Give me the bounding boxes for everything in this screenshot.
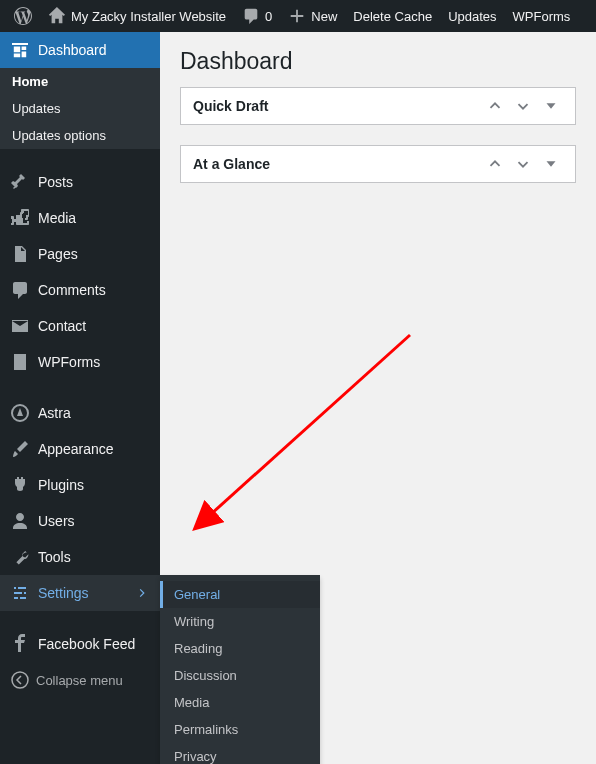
sidebar-item-users[interactable]: Users [0,503,160,539]
sidebar-item-dashboard[interactable]: Dashboard [0,32,160,68]
page-title: Dashboard [180,32,576,87]
sidebar-item-label: Pages [38,246,78,262]
sidebar-item-label: Posts [38,174,73,190]
sidebar-item-media[interactable]: Media [0,200,160,236]
site-link[interactable]: My Zacky Installer Website [40,0,234,32]
comments-count: 0 [265,9,272,24]
home-icon [48,7,66,25]
flyout-item-discussion[interactable]: Discussion [160,662,320,689]
postbox-actions [483,94,563,118]
sidebar-item-label: Plugins [38,477,84,493]
postbox-actions [483,152,563,176]
plus-icon [288,7,306,25]
sidebar-item-label: Tools [38,549,71,565]
new-link[interactable]: New [280,0,345,32]
postbox-header: Quick Draft [181,88,575,124]
form-icon [10,352,30,372]
postbox: At a Glance [180,145,576,183]
user-icon [10,511,30,531]
collapse-menu[interactable]: Collapse menu [0,662,160,698]
plug-icon [10,475,30,495]
comments-link[interactable]: 0 [234,0,280,32]
new-label: New [311,9,337,24]
admin-sidebar: Dashboard Home Updates Updates options P… [0,32,160,764]
move-up-button[interactable] [483,152,507,176]
postbox-title: Quick Draft [193,98,268,114]
sidebar-item-wpforms[interactable]: WPForms [0,344,160,380]
site-name: My Zacky Installer Website [71,9,226,24]
sidebar-item-pages[interactable]: Pages [0,236,160,272]
collapse-label: Collapse menu [36,673,123,688]
sidebar-item-label: Appearance [38,441,114,457]
sidebar-item-plugins[interactable]: Plugins [0,467,160,503]
move-down-button[interactable] [511,152,535,176]
chevron-up-icon [486,155,504,173]
flyout-item-writing[interactable]: Writing [160,608,320,635]
sidebar-item-label: Contact [38,318,86,334]
postbox-header: At a Glance [181,146,575,182]
sidebar-item-label: Comments [38,282,106,298]
wrench-icon [10,547,30,567]
toggle-button[interactable] [539,152,563,176]
caret-down-icon [542,155,560,173]
postbox: Quick Draft [180,87,576,125]
wordpress-icon [14,7,32,25]
pin-icon [10,172,30,192]
admin-topbar: My Zacky Installer Website 0 New Delete … [0,0,596,32]
comment-icon [242,7,260,25]
dashboard-icon [10,40,30,60]
toggle-button[interactable] [539,94,563,118]
sidebar-item-label: Astra [38,405,71,421]
sidebar-item-label: Users [38,513,75,529]
mail-icon [10,316,30,336]
topbar-wpforms-link[interactable]: WPForms [505,0,579,32]
sidebar-item-astra[interactable]: Astra [0,395,160,431]
settings-flyout: GeneralWritingReadingDiscussionMediaPerm… [160,575,320,764]
brush-icon [10,439,30,459]
collapse-icon [10,670,30,690]
facebook-icon [10,634,30,654]
sidebar-item-facebook-feed[interactable]: Facebook Feed [0,626,160,662]
move-down-button[interactable] [511,94,535,118]
sidebar-item-label: Facebook Feed [38,636,135,652]
delete-cache-link[interactable]: Delete Cache [345,0,440,32]
caret-down-icon [542,97,560,115]
sidebar-item-label: Settings [38,585,89,601]
sidebar-item-contact[interactable]: Contact [0,308,160,344]
topbar-updates-link[interactable]: Updates [440,0,504,32]
chevron-down-icon [514,155,532,173]
sliders-icon [10,583,30,603]
postbox-title: At a Glance [193,156,270,172]
media-icon [10,208,30,228]
pages-icon [10,244,30,264]
submenu-updates-options[interactable]: Updates options [0,122,160,149]
flyout-item-permalinks[interactable]: Permalinks [160,716,320,743]
sidebar-item-label: Media [38,210,76,226]
sidebar-item-settings[interactable]: Settings GeneralWritingReadingDiscussion… [0,575,160,611]
chevron-down-icon [514,97,532,115]
flyout-item-media[interactable]: Media [160,689,320,716]
astra-icon [10,403,30,423]
comments-icon [10,280,30,300]
sidebar-item-appearance[interactable]: Appearance [0,431,160,467]
svg-point-1 [12,672,28,688]
submenu-home[interactable]: Home [0,68,160,95]
wordpress-logo[interactable] [6,0,40,32]
chevron-up-icon [486,97,504,115]
sidebar-item-comments[interactable]: Comments [0,272,160,308]
sidebar-item-label: Dashboard [38,42,107,58]
dashboard-submenu: Home Updates Updates options [0,68,160,149]
move-up-button[interactable] [483,94,507,118]
sidebar-item-posts[interactable]: Posts [0,164,160,200]
flyout-item-reading[interactable]: Reading [160,635,320,662]
flyout-item-privacy[interactable]: Privacy [160,743,320,764]
submenu-updates[interactable]: Updates [0,95,160,122]
chevron-right-icon [136,587,148,599]
flyout-item-general[interactable]: General [160,581,320,608]
sidebar-item-label: WPForms [38,354,100,370]
sidebar-item-tools[interactable]: Tools [0,539,160,575]
